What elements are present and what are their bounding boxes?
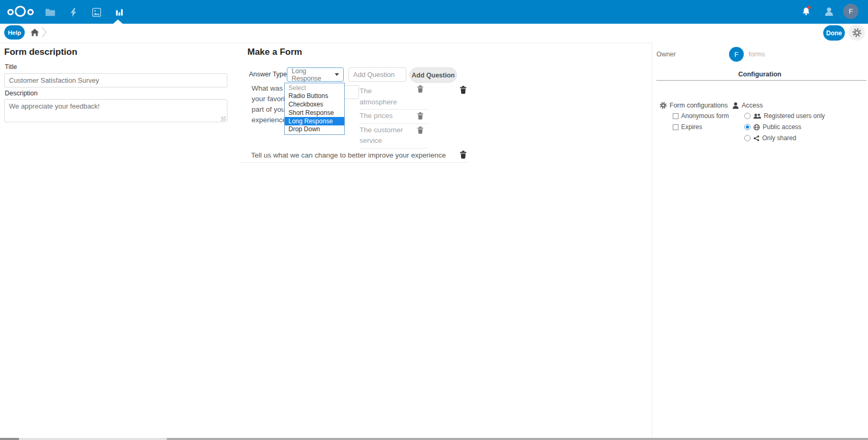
answer-type-dropdown-list: Select Radio Buttons Checkboxes Short Re… xyxy=(284,83,345,135)
breadcrumb-chevron-icon xyxy=(42,27,47,40)
textarea-resize-handle[interactable] xyxy=(221,116,226,121)
description-textarea[interactable]: We appreciate your feedback! xyxy=(4,99,227,122)
only-shared-option[interactable]: Only shared xyxy=(744,134,796,142)
question-row: Tell us what we can change to better imp… xyxy=(240,150,467,163)
active-app-pointer xyxy=(113,19,123,24)
dropdown-option-short-response[interactable]: Short Response xyxy=(285,109,344,117)
answer-list: The atmosphere The prices The customer s… xyxy=(360,83,428,149)
avatar-initial: F xyxy=(849,7,853,15)
owner-avatar: F xyxy=(729,47,744,62)
share-icon xyxy=(753,135,760,142)
anonymous-form-option[interactable]: Anonymous form xyxy=(673,112,729,120)
registered-users-radio[interactable] xyxy=(744,113,751,119)
expires-checkbox[interactable] xyxy=(673,124,679,130)
anonymous-form-checkbox[interactable] xyxy=(673,113,679,119)
delete-question-trash-icon[interactable] xyxy=(460,151,467,159)
chevron-down-icon xyxy=(335,73,339,76)
add-question-input[interactable] xyxy=(348,67,406,82)
answer-text: The atmosphere xyxy=(360,86,406,107)
title-input[interactable] xyxy=(4,73,227,87)
top-navbar: F xyxy=(0,0,868,24)
app-window: F Help Form description Title Descriptio… xyxy=(0,0,868,440)
description-label: Description xyxy=(5,90,38,97)
gear-icon xyxy=(852,28,862,37)
make-form-panel: Make a Form Answer Type: Long Response A… xyxy=(240,47,474,173)
only-shared-radio[interactable] xyxy=(744,135,751,141)
answer-item: The customer service xyxy=(360,124,428,149)
form-configurations-header: Form configurations xyxy=(660,102,727,109)
answer-type-select[interactable]: Long Response xyxy=(287,67,344,82)
horizontal-scrollbar[interactable] xyxy=(0,438,868,440)
files-icon[interactable] xyxy=(44,6,56,18)
dropdown-option-checkboxes[interactable]: Checkboxes xyxy=(285,101,344,109)
scrollbar-segment xyxy=(0,438,19,440)
user-icon xyxy=(732,102,739,109)
globe-icon xyxy=(753,124,760,131)
delete-question-trash-icon[interactable] xyxy=(460,86,467,94)
contacts-icon[interactable] xyxy=(824,6,834,17)
owner-label: Owner xyxy=(656,51,676,58)
dropdown-option-drop-down[interactable]: Drop Down xyxy=(285,125,344,134)
answer-type-selected-value: Long Response xyxy=(292,67,333,82)
answer-item: The atmosphere xyxy=(360,83,428,110)
done-button[interactable]: Done xyxy=(823,25,845,41)
dropdown-option-select[interactable]: Select xyxy=(285,84,344,92)
public-access-radio[interactable] xyxy=(744,124,751,130)
photos-icon[interactable] xyxy=(91,6,102,18)
scrollbar-thumb[interactable] xyxy=(167,438,868,440)
question-text: Tell us what we can change to better imp… xyxy=(251,151,446,159)
configuration-heading: Configuration xyxy=(652,71,868,78)
answer-item: The prices xyxy=(360,110,428,124)
make-form-heading: Make a Form xyxy=(247,47,302,57)
form-description-heading: Form description xyxy=(4,47,228,57)
activity-icon[interactable] xyxy=(67,6,79,18)
expires-option[interactable]: Expires xyxy=(673,123,702,131)
access-header: Access xyxy=(732,102,763,109)
delete-answer-trash-icon[interactable] xyxy=(417,126,424,134)
answer-text: The prices xyxy=(360,111,406,122)
registered-users-option[interactable]: Registered users only xyxy=(744,112,825,120)
answer-text: The customer service xyxy=(360,125,406,146)
toolbar-divider xyxy=(0,43,652,43)
help-button[interactable]: Help xyxy=(4,25,25,40)
home-icon[interactable] xyxy=(31,28,39,38)
notifications-bell-icon[interactable] xyxy=(802,7,812,17)
dropdown-option-radio-buttons[interactable]: Radio Buttons xyxy=(285,92,344,101)
gear-icon xyxy=(660,102,667,109)
users-icon xyxy=(753,113,761,119)
title-label: Title xyxy=(5,63,17,71)
nextcloud-logo-icon[interactable] xyxy=(7,4,35,19)
notification-dot xyxy=(807,6,811,9)
settings-sidebar: Done Owner F forms Configuration Form co… xyxy=(652,24,868,440)
delete-answer-trash-icon[interactable] xyxy=(417,85,424,93)
delete-answer-trash-icon[interactable] xyxy=(417,112,424,120)
answer-type-label: Answer Type: xyxy=(249,71,289,78)
owner-avatar-initial: F xyxy=(734,51,739,58)
configuration-divider xyxy=(656,80,866,81)
owner-name: forms xyxy=(749,51,765,58)
public-access-option[interactable]: Public access xyxy=(744,123,801,131)
user-avatar[interactable]: F xyxy=(843,4,859,19)
form-description-panel: Form description Title Description We ap… xyxy=(4,47,228,57)
dropdown-option-long-response[interactable]: Long Response xyxy=(285,117,344,125)
add-question-button[interactable]: Add Question xyxy=(410,67,457,83)
forms-icon[interactable] xyxy=(114,6,125,18)
settings-gear-button[interactable] xyxy=(849,24,865,41)
